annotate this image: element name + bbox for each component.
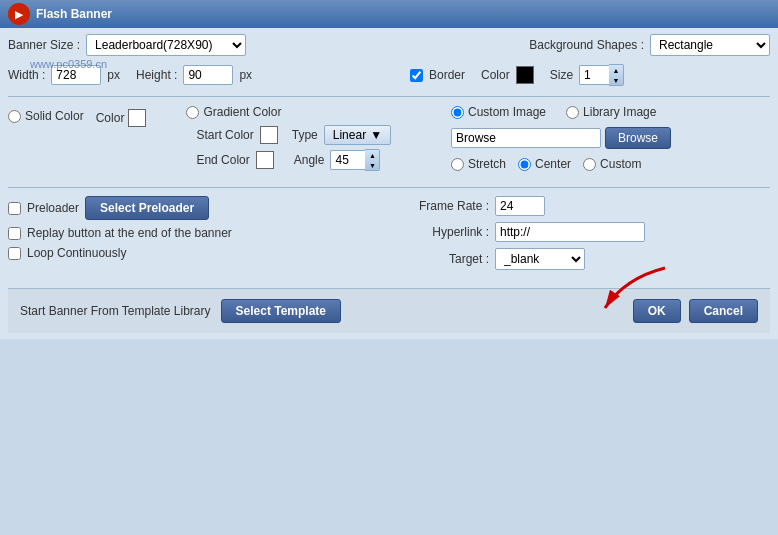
hyperlink-input[interactable] bbox=[495, 222, 645, 242]
type-value: Linear bbox=[333, 128, 366, 142]
color-label-border: Color bbox=[481, 68, 510, 82]
select-template-btn[interactable]: Select Template bbox=[221, 299, 341, 323]
banner-size-select[interactable]: Leaderboard(728X90) bbox=[86, 34, 246, 56]
preloader-checkbox[interactable] bbox=[8, 202, 21, 215]
bottom-bar: Start Banner From Template Library Selec… bbox=[8, 288, 770, 333]
angle-input[interactable] bbox=[330, 150, 365, 170]
border-label: Border bbox=[429, 68, 465, 82]
end-color-box[interactable] bbox=[256, 151, 274, 169]
custom-image-label: Custom Image bbox=[468, 105, 546, 119]
height-label: Height : bbox=[136, 68, 177, 82]
solid-color-box[interactable] bbox=[128, 109, 146, 127]
width-unit: px bbox=[107, 68, 120, 82]
library-image-radio[interactable] bbox=[566, 106, 579, 119]
size-label: Size bbox=[550, 68, 573, 82]
start-color-label: Start Color bbox=[196, 128, 253, 142]
width-label: Width : bbox=[8, 68, 45, 82]
start-color-box[interactable] bbox=[260, 126, 278, 144]
loop-checkbox[interactable] bbox=[8, 247, 21, 260]
watermark: www.pc0359.cn bbox=[30, 58, 107, 70]
solid-color-radio[interactable] bbox=[8, 110, 21, 123]
cancel-button[interactable]: Cancel bbox=[689, 299, 758, 323]
browse-input[interactable] bbox=[451, 128, 601, 148]
end-color-label: End Color bbox=[196, 153, 249, 167]
center-radio[interactable] bbox=[518, 158, 531, 171]
watermark-line1: www.pc0359.cn bbox=[30, 58, 107, 70]
gradient-color-label: Gradient Color bbox=[203, 105, 281, 119]
preloader-label: Preloader bbox=[27, 201, 79, 215]
border-checkbox[interactable] bbox=[410, 69, 423, 82]
type-label: Type bbox=[292, 128, 318, 142]
angle-down-btn[interactable]: ▼ bbox=[365, 160, 379, 170]
solid-color-label: Solid Color bbox=[25, 109, 84, 123]
framerate-label: Frame Rate : bbox=[409, 199, 489, 213]
background-shapes-label: Background Shapes : bbox=[529, 38, 644, 52]
solid-color-label2: Color bbox=[96, 111, 125, 125]
loop-label: Loop Continuously bbox=[27, 246, 126, 260]
replay-label: Replay button at the end of the banner bbox=[27, 226, 232, 240]
title-bar: ▶ Flash Banner bbox=[0, 0, 778, 28]
target-label: Target : bbox=[409, 252, 489, 266]
center-label: Center bbox=[535, 157, 571, 171]
color-box-black[interactable] bbox=[516, 66, 534, 84]
size-down-btn[interactable]: ▼ bbox=[609, 75, 623, 85]
custom-fit-label: Custom bbox=[600, 157, 641, 171]
stretch-label: Stretch bbox=[468, 157, 506, 171]
title-bar-text: Flash Banner bbox=[36, 7, 112, 21]
custom-image-radio[interactable] bbox=[451, 106, 464, 119]
background-shapes-select[interactable]: Rectangle bbox=[650, 34, 770, 56]
ok-button[interactable]: OK bbox=[633, 299, 681, 323]
banner-size-label: Banner Size : bbox=[8, 38, 80, 52]
gradient-color-radio[interactable] bbox=[186, 106, 199, 119]
type-select-btn[interactable]: Linear ▼ bbox=[324, 125, 391, 145]
library-image-label: Library Image bbox=[583, 105, 656, 119]
browse-button[interactable]: Browse bbox=[605, 127, 671, 149]
height-unit: px bbox=[239, 68, 252, 82]
stretch-radio[interactable] bbox=[451, 158, 464, 171]
framerate-input[interactable] bbox=[495, 196, 545, 216]
size-input[interactable] bbox=[579, 65, 609, 85]
select-preloader-btn[interactable]: Select Preloader bbox=[85, 196, 209, 220]
app-logo: ▶ bbox=[8, 3, 30, 25]
angle-label: Angle bbox=[294, 153, 325, 167]
angle-up-btn[interactable]: ▲ bbox=[365, 150, 379, 160]
target-select[interactable]: _blank _self _parent _top bbox=[495, 248, 585, 270]
template-library-label: Start Banner From Template Library bbox=[20, 304, 211, 318]
type-arrow-icon: ▼ bbox=[370, 128, 382, 142]
hyperlink-label: Hyperlink : bbox=[409, 225, 489, 239]
size-up-btn[interactable]: ▲ bbox=[609, 65, 623, 75]
height-input[interactable] bbox=[183, 65, 233, 85]
custom-fit-radio[interactable] bbox=[583, 158, 596, 171]
replay-checkbox[interactable] bbox=[8, 227, 21, 240]
